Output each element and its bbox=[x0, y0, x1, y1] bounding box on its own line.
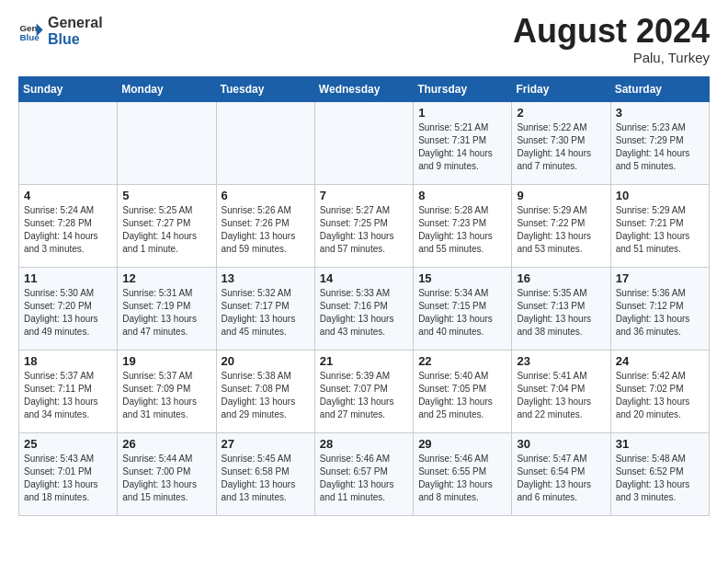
month-year-title: August 2024 bbox=[513, 15, 710, 48]
day-number: 5 bbox=[122, 189, 210, 202]
day-number: 4 bbox=[24, 189, 112, 202]
calendar-cell: 7Sunrise: 5:27 AM Sunset: 7:25 PM Daylig… bbox=[314, 185, 413, 268]
day-number: 8 bbox=[418, 189, 506, 202]
cell-content: Sunrise: 5:29 AM Sunset: 7:22 PM Dayligh… bbox=[517, 204, 605, 256]
weekday-header-cell: Tuesday bbox=[216, 77, 314, 102]
day-number: 31 bbox=[616, 437, 704, 451]
calendar-cell: 19Sunrise: 5:37 AM Sunset: 7:09 PM Dayli… bbox=[118, 350, 216, 433]
cell-content: Sunrise: 5:24 AM Sunset: 7:28 PM Dayligh… bbox=[24, 204, 112, 256]
calendar-cell: 3Sunrise: 5:23 AM Sunset: 7:29 PM Daylig… bbox=[610, 102, 709, 185]
cell-content: Sunrise: 5:37 AM Sunset: 7:09 PM Dayligh… bbox=[122, 370, 210, 421]
weekday-header-cell: Monday bbox=[118, 77, 216, 102]
cell-content: Sunrise: 5:37 AM Sunset: 7:11 PM Dayligh… bbox=[24, 370, 112, 421]
weekday-header-cell: Thursday bbox=[414, 77, 512, 102]
calendar-cell bbox=[216, 102, 314, 185]
calendar-cell: 1Sunrise: 5:21 AM Sunset: 7:31 PM Daylig… bbox=[414, 102, 512, 185]
calendar-cell: 8Sunrise: 5:28 AM Sunset: 7:23 PM Daylig… bbox=[414, 185, 512, 268]
calendar-cell: 12Sunrise: 5:31 AM Sunset: 7:19 PM Dayli… bbox=[118, 268, 216, 350]
calendar-cell: 29Sunrise: 5:46 AM Sunset: 6:55 PM Dayli… bbox=[414, 433, 512, 516]
cell-content: Sunrise: 5:28 AM Sunset: 7:23 PM Dayligh… bbox=[418, 204, 506, 256]
calendar-table: SundayMondayTuesdayWednesdayThursdayFrid… bbox=[18, 76, 710, 516]
calendar-cell bbox=[118, 102, 216, 185]
page-header: Gen Blue General Blue August 2024 Palu, … bbox=[18, 15, 710, 65]
cell-content: Sunrise: 5:41 AM Sunset: 7:04 PM Dayligh… bbox=[517, 370, 605, 421]
cell-content: Sunrise: 5:36 AM Sunset: 7:12 PM Dayligh… bbox=[616, 287, 704, 339]
calendar-cell: 2Sunrise: 5:22 AM Sunset: 7:30 PM Daylig… bbox=[512, 102, 610, 185]
cell-content: Sunrise: 5:34 AM Sunset: 7:15 PM Dayligh… bbox=[418, 287, 506, 339]
calendar-cell: 6Sunrise: 5:26 AM Sunset: 7:26 PM Daylig… bbox=[216, 185, 314, 268]
cell-content: Sunrise: 5:45 AM Sunset: 6:58 PM Dayligh… bbox=[222, 453, 310, 504]
day-number: 16 bbox=[517, 271, 605, 285]
calendar-cell: 26Sunrise: 5:44 AM Sunset: 7:00 PM Dayli… bbox=[118, 433, 216, 516]
calendar-cell: 17Sunrise: 5:36 AM Sunset: 7:12 PM Dayli… bbox=[610, 268, 709, 350]
day-number: 14 bbox=[320, 271, 408, 285]
cell-content: Sunrise: 5:31 AM Sunset: 7:19 PM Dayligh… bbox=[122, 287, 210, 339]
calendar-cell: 27Sunrise: 5:45 AM Sunset: 6:58 PM Dayli… bbox=[216, 433, 314, 516]
day-number: 25 bbox=[24, 437, 112, 451]
weekday-header-cell: Wednesday bbox=[314, 77, 413, 102]
weekday-header-cell: Friday bbox=[512, 77, 610, 102]
logo: Gen Blue General Blue bbox=[18, 15, 103, 47]
weekday-header-row: SundayMondayTuesdayWednesdayThursdayFrid… bbox=[19, 77, 710, 102]
cell-content: Sunrise: 5:23 AM Sunset: 7:29 PM Dayligh… bbox=[616, 121, 704, 173]
calendar-cell: 22Sunrise: 5:40 AM Sunset: 7:05 PM Dayli… bbox=[414, 350, 512, 433]
calendar-cell bbox=[19, 102, 118, 185]
calendar-cell: 11Sunrise: 5:30 AM Sunset: 7:20 PM Dayli… bbox=[19, 268, 118, 350]
cell-content: Sunrise: 5:44 AM Sunset: 7:00 PM Dayligh… bbox=[122, 453, 210, 504]
calendar-cell: 20Sunrise: 5:38 AM Sunset: 7:08 PM Dayli… bbox=[216, 350, 314, 433]
day-number: 12 bbox=[122, 271, 210, 285]
calendar-cell: 30Sunrise: 5:47 AM Sunset: 6:54 PM Dayli… bbox=[512, 433, 610, 516]
calendar-cell: 23Sunrise: 5:41 AM Sunset: 7:04 PM Dayli… bbox=[512, 350, 610, 433]
calendar-cell: 4Sunrise: 5:24 AM Sunset: 7:28 PM Daylig… bbox=[19, 185, 118, 268]
day-number: 1 bbox=[418, 106, 506, 120]
calendar-cell: 18Sunrise: 5:37 AM Sunset: 7:11 PM Dayli… bbox=[19, 350, 118, 433]
calendar-cell: 31Sunrise: 5:48 AM Sunset: 6:52 PM Dayli… bbox=[610, 433, 709, 516]
cell-content: Sunrise: 5:32 AM Sunset: 7:17 PM Dayligh… bbox=[222, 287, 310, 339]
calendar-week-row: 1Sunrise: 5:21 AM Sunset: 7:31 PM Daylig… bbox=[19, 102, 710, 185]
day-number: 6 bbox=[222, 189, 310, 202]
cell-content: Sunrise: 5:39 AM Sunset: 7:07 PM Dayligh… bbox=[320, 370, 408, 421]
day-number: 20 bbox=[222, 354, 310, 368]
day-number: 13 bbox=[222, 271, 310, 285]
logo-blue-text: Blue bbox=[48, 31, 103, 48]
cell-content: Sunrise: 5:35 AM Sunset: 7:13 PM Dayligh… bbox=[517, 287, 605, 339]
day-number: 19 bbox=[122, 354, 210, 368]
calendar-week-row: 4Sunrise: 5:24 AM Sunset: 7:28 PM Daylig… bbox=[19, 185, 710, 268]
cell-content: Sunrise: 5:21 AM Sunset: 7:31 PM Dayligh… bbox=[418, 121, 506, 173]
cell-content: Sunrise: 5:47 AM Sunset: 6:54 PM Dayligh… bbox=[517, 453, 605, 504]
weekday-header-cell: Saturday bbox=[610, 77, 709, 102]
day-number: 3 bbox=[616, 106, 704, 120]
cell-content: Sunrise: 5:25 AM Sunset: 7:27 PM Dayligh… bbox=[122, 204, 210, 256]
cell-content: Sunrise: 5:43 AM Sunset: 7:01 PM Dayligh… bbox=[24, 453, 112, 504]
day-number: 30 bbox=[517, 437, 605, 451]
day-number: 26 bbox=[122, 437, 210, 451]
day-number: 9 bbox=[517, 189, 605, 202]
title-block: August 2024 Palu, Turkey bbox=[513, 15, 710, 65]
cell-content: Sunrise: 5:26 AM Sunset: 7:26 PM Dayligh… bbox=[222, 204, 310, 256]
cell-content: Sunrise: 5:48 AM Sunset: 6:52 PM Dayligh… bbox=[616, 453, 704, 504]
calendar-cell: 13Sunrise: 5:32 AM Sunset: 7:17 PM Dayli… bbox=[216, 268, 314, 350]
day-number: 15 bbox=[418, 271, 506, 285]
cell-content: Sunrise: 5:46 AM Sunset: 6:57 PM Dayligh… bbox=[320, 453, 408, 504]
calendar-cell: 10Sunrise: 5:29 AM Sunset: 7:21 PM Dayli… bbox=[610, 185, 709, 268]
cell-content: Sunrise: 5:33 AM Sunset: 7:16 PM Dayligh… bbox=[320, 287, 408, 339]
weekday-header-cell: Sunday bbox=[19, 77, 118, 102]
calendar-cell: 21Sunrise: 5:39 AM Sunset: 7:07 PM Dayli… bbox=[314, 350, 413, 433]
logo-general-text: General bbox=[48, 15, 103, 31]
day-number: 21 bbox=[320, 354, 408, 368]
calendar-cell: 25Sunrise: 5:43 AM Sunset: 7:01 PM Dayli… bbox=[19, 433, 118, 516]
day-number: 10 bbox=[616, 189, 704, 202]
calendar-week-row: 18Sunrise: 5:37 AM Sunset: 7:11 PM Dayli… bbox=[19, 350, 710, 433]
calendar-week-row: 25Sunrise: 5:43 AM Sunset: 7:01 PM Dayli… bbox=[19, 433, 710, 516]
calendar-body: 1Sunrise: 5:21 AM Sunset: 7:31 PM Daylig… bbox=[19, 102, 710, 516]
day-number: 23 bbox=[517, 354, 605, 368]
day-number: 22 bbox=[418, 354, 506, 368]
day-number: 2 bbox=[517, 106, 605, 120]
day-number: 7 bbox=[320, 189, 408, 202]
day-number: 17 bbox=[616, 271, 704, 285]
cell-content: Sunrise: 5:30 AM Sunset: 7:20 PM Dayligh… bbox=[24, 287, 112, 339]
calendar-cell: 16Sunrise: 5:35 AM Sunset: 7:13 PM Dayli… bbox=[512, 268, 610, 350]
calendar-cell: 14Sunrise: 5:33 AM Sunset: 7:16 PM Dayli… bbox=[314, 268, 413, 350]
calendar-cell: 15Sunrise: 5:34 AM Sunset: 7:15 PM Dayli… bbox=[414, 268, 512, 350]
calendar-week-row: 11Sunrise: 5:30 AM Sunset: 7:20 PM Dayli… bbox=[19, 268, 710, 350]
